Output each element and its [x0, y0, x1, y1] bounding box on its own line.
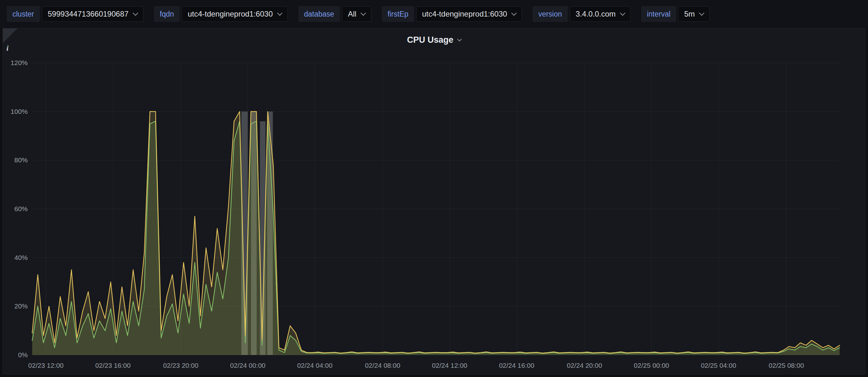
- variable-value-dropdown[interactable]: 3.4.0.0.com: [570, 6, 630, 22]
- x-axis-tick-label: 02/23 20:00: [163, 362, 198, 369]
- y-axis-tick-label: 120%: [10, 59, 28, 66]
- x-axis-tick-label: 02/25 04:00: [701, 362, 736, 369]
- variable-value-text: All: [348, 9, 356, 19]
- variable-value-dropdown[interactable]: 5999344713660190687: [42, 6, 144, 22]
- variable-value-text: 5m: [684, 9, 695, 19]
- y-axis-tick-label: 20%: [14, 302, 28, 310]
- variable-label: version: [533, 6, 567, 22]
- y-axis-tick-label: 40%: [14, 254, 28, 261]
- cpu-usage-chart[interactable]: 0%20%40%60%80%100%120%02/23 12:0002/23 1…: [3, 28, 865, 374]
- variable-label: cluster: [7, 6, 39, 22]
- variable-label: fqdn: [154, 6, 179, 22]
- y-axis-tick-label: 100%: [10, 108, 28, 115]
- x-axis-tick-label: 02/24 04:00: [297, 362, 332, 369]
- variable-value-text: utc4-tdengineprod1:6030: [422, 9, 507, 19]
- x-axis-tick-label: 02/23 16:00: [95, 362, 131, 369]
- chevron-down-icon: [361, 10, 366, 16]
- variable-value-text: 3.4.0.0.com: [576, 9, 616, 19]
- variable-value-text: utc4-tdengineprod1:6030: [188, 9, 273, 19]
- chevron-down-icon: [512, 10, 517, 16]
- chevron-down-icon: [699, 10, 705, 16]
- variable-value-dropdown[interactable]: 5m: [678, 6, 710, 22]
- x-axis-tick-label: 02/24 08:00: [365, 362, 400, 369]
- cpu-usage-panel: i CPU Usage 0%20%40%60%80%100%120%02/23 …: [3, 28, 865, 374]
- variable-value-dropdown[interactable]: utc4-tdengineprod1:6030: [416, 6, 522, 22]
- y-axis-tick-label: 0%: [18, 351, 28, 358]
- x-axis-tick-label: 02/23 12:00: [28, 362, 64, 369]
- variable-version: version3.4.0.0.com: [533, 6, 630, 22]
- x-axis-tick-label: 02/24 20:00: [567, 362, 602, 369]
- variable-firstEp: firstEputc4-tdengineprod1:6030: [382, 6, 522, 22]
- variable-value-dropdown[interactable]: All: [342, 6, 372, 22]
- variable-interval: interval5m: [642, 6, 710, 22]
- dashboard-variables-bar: cluster5999344713660190687fqdnutc4-tdeng…: [0, 0, 868, 28]
- chevron-down-icon: [620, 10, 625, 16]
- x-axis-tick-label: 02/24 00:00: [230, 362, 266, 369]
- variable-cluster: cluster5999344713660190687: [7, 6, 144, 22]
- variable-label: firstEp: [382, 6, 413, 22]
- variable-fqdn: fqdnutc4-tdengineprod1:6030: [154, 6, 288, 22]
- x-axis-tick-label: 02/24 16:00: [499, 362, 534, 369]
- x-axis-tick-label: 02/25 08:00: [769, 362, 804, 369]
- chevron-down-icon: [133, 10, 138, 16]
- variable-label: interval: [642, 6, 676, 22]
- x-axis-tick-label: 02/24 12:00: [432, 362, 467, 369]
- chevron-down-icon: [277, 10, 283, 16]
- y-axis-tick-label: 80%: [14, 156, 28, 164]
- variable-database: databaseAll: [299, 6, 371, 22]
- variable-label: database: [299, 6, 340, 22]
- x-axis-tick-label: 02/25 00:00: [634, 362, 669, 369]
- variable-value-dropdown[interactable]: utc4-tdengineprod1:6030: [182, 6, 288, 22]
- variable-value-text: 5999344713660190687: [48, 9, 129, 19]
- y-axis-tick-label: 60%: [14, 205, 28, 212]
